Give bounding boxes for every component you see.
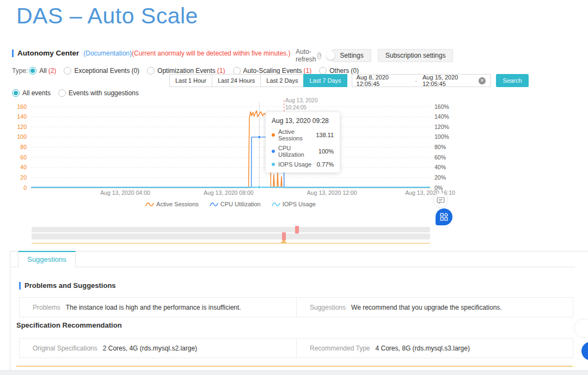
- tooltip-row: Active Sessions138.11: [272, 128, 334, 142]
- type-option-count: (2): [48, 67, 57, 75]
- minimap-position-triangle: [280, 239, 287, 243]
- specification-cell: Recommended Type4 Cores, 8G (rds.mysql.s…: [296, 339, 573, 358]
- settings-button[interactable]: Settings: [332, 49, 371, 62]
- radio-icon: [29, 67, 36, 75]
- feedback-button[interactable]: [433, 193, 448, 208]
- partial-floating-button[interactable]: [574, 318, 588, 338]
- svg-text:100: 100: [17, 133, 27, 140]
- type-option-label: Others: [329, 67, 349, 75]
- type-option-count: (0): [131, 67, 139, 75]
- type-option-auto-scaling-events[interactable]: Auto-Scaling Events(1): [233, 67, 312, 75]
- event-scope-all-events[interactable]: All events: [12, 89, 51, 97]
- wave-icon: [145, 202, 154, 207]
- problem-suggestion-label: Suggestions: [310, 304, 346, 311]
- chart-tooltip: Aug 13, 2020 09:28 Active Sessions138.11…: [266, 112, 340, 173]
- date-separator: -: [415, 77, 417, 84]
- card-left-border: [10, 251, 10, 375]
- svg-text:120%: 120%: [434, 124, 449, 130]
- range-button-last-7-days[interactable]: Last 7 Days: [303, 74, 347, 87]
- card-top-border: [10, 251, 588, 251]
- wave-icon: [210, 202, 218, 207]
- clear-date-icon[interactable]: ✕: [479, 77, 485, 84]
- svg-text:160: 160: [17, 103, 27, 110]
- app-grid-icon: [440, 213, 448, 221]
- range-button-last-2-days[interactable]: Last 2 Days: [260, 74, 304, 87]
- svg-text:100%: 100%: [434, 133, 449, 140]
- svg-text:60%: 60%: [434, 154, 446, 161]
- date-to: Aug 15, 2020 12:05:45: [422, 74, 479, 87]
- svg-text:0: 0: [23, 185, 27, 191]
- radio-icon: [147, 67, 155, 75]
- anomaly-notice: (Current anormaly will be detected withi…: [132, 50, 290, 57]
- type-option-count: (0): [351, 67, 359, 75]
- legend-item-active-sessions[interactable]: Active Sessions: [145, 201, 199, 207]
- svg-text:20%: 20%: [434, 174, 446, 181]
- problem-suggestion-value: The instance load is high and the perfor…: [66, 304, 241, 311]
- specification-value: 4 Cores, 8G (rds.mysql.s3.large): [376, 345, 470, 352]
- event-scope-filter-row: All eventsEvents with suggestions: [12, 89, 146, 97]
- svg-text:Aug 13, 2020 08:00: Aug 13, 2020 08:00: [204, 189, 254, 196]
- subscription-settings-button[interactable]: Subscription settings: [378, 49, 454, 62]
- tooltip-row: IOPS Usage0.77%: [272, 161, 334, 168]
- specification-label: Recommended Type: [310, 345, 370, 352]
- problems-suggestions-table: ProblemsThe instance load is high and th…: [19, 297, 573, 317]
- minimap-event-marker: [295, 226, 299, 233]
- svg-text:20: 20: [20, 174, 27, 181]
- svg-text:120: 120: [17, 124, 27, 130]
- partial-floating-button-blue[interactable]: [581, 342, 588, 360]
- minimap-track-1[interactable]: [32, 227, 430, 232]
- type-option-exceptional-events[interactable]: Exceptional Events(0): [64, 67, 139, 75]
- time-range-row: Last 1 HourLast 24 HoursLast 2 DaysLast …: [170, 74, 529, 87]
- date-range-input[interactable]: Aug 8, 2020 12:05:45 - Aug 15, 2020 12:0…: [352, 74, 491, 87]
- now-marker-label: Aug 13, 2020 10:24:05: [285, 97, 318, 111]
- documentation-link[interactable]: (Documentation): [83, 50, 132, 57]
- svg-text:40: 40: [20, 164, 27, 170]
- svg-text:80%: 80%: [434, 144, 446, 150]
- minimap-baseline: [32, 243, 430, 244]
- tab-suggestions[interactable]: Suggestions: [18, 251, 76, 267]
- help-question-icon[interactable]: ?: [317, 52, 321, 59]
- radio-icon: [58, 89, 66, 97]
- tooltip-series-value: 0.77%: [317, 161, 334, 168]
- event-type-filter-row: Type: All(2)Exceptional Events(0)Optimiz…: [12, 67, 366, 75]
- legend-item-cpu-utilization[interactable]: CPU Utilization: [210, 201, 261, 207]
- spec-recommendation-table: Original Specifications2 Cores, 4G (rds.…: [19, 338, 573, 358]
- date-from: Aug 8, 2020 12:05:45: [357, 74, 410, 87]
- svg-text:Aug 13, 2020 04:00: Aug 13, 2020 04:00: [100, 189, 150, 196]
- type-option-all[interactable]: All(2): [29, 67, 56, 75]
- svg-text:140: 140: [17, 113, 27, 120]
- problem-suggestion-label: Problems: [33, 304, 60, 311]
- type-option-count: (1): [217, 67, 225, 75]
- legend-label: CPU Utilization: [220, 201, 261, 207]
- minimap-track-2[interactable]: [32, 233, 430, 239]
- top-controls: Auto-refresh ? Settings Subscription set…: [296, 48, 449, 63]
- range-buttons: Last 1 HourLast 24 HoursLast 2 DaysLast …: [170, 74, 347, 87]
- footer-strip: [0, 370, 588, 375]
- type-options: All(2)Exceptional Events(0)Optimization …: [29, 67, 366, 75]
- problem-suggestion-cell: ProblemsThe instance load is high and th…: [20, 298, 296, 317]
- tooltip-series-name: IOPS Usage: [278, 161, 311, 168]
- svg-text:160%: 160%: [434, 103, 449, 110]
- comment-bubble-icon: [437, 197, 445, 204]
- search-button[interactable]: Search: [496, 74, 529, 87]
- auto-refresh-label: Auto-refresh: [296, 48, 316, 63]
- svg-text:Aug 13, 2020 16:10: Aug 13, 2020 16:10: [405, 189, 455, 196]
- page-title: DAS – Auto Scale: [16, 3, 198, 29]
- wave-icon: [272, 202, 280, 207]
- legend-item-iops-usage[interactable]: IOPS Usage: [272, 201, 316, 207]
- event-scope-events-with-suggestions[interactable]: Events with suggestions: [58, 89, 139, 97]
- radio-icon: [12, 89, 20, 97]
- problem-suggestion-cell: SuggestionsWe recommend that you upgrade…: [296, 298, 573, 317]
- range-button-last-1-hour[interactable]: Last 1 Hour: [169, 74, 212, 87]
- legend-label: Active Sessions: [156, 201, 199, 207]
- chart-legend: Active SessionsCPU UtilizationIOPS Usage: [31, 201, 430, 207]
- event-scope-label: All events: [22, 89, 51, 97]
- heading-accent-bar: [19, 282, 21, 290]
- type-option-others[interactable]: Others(0): [319, 67, 359, 75]
- type-option-optimization-events[interactable]: Optimization Events(1): [147, 67, 225, 75]
- spec-recommendation-heading-text: Specification Recommendation: [16, 321, 122, 329]
- app-launcher-button[interactable]: [436, 208, 452, 225]
- warning-box-top-border: [16, 366, 573, 367]
- type-option-label: All: [39, 67, 46, 75]
- range-button-last-24-hours[interactable]: Last 24 Hours: [212, 74, 261, 87]
